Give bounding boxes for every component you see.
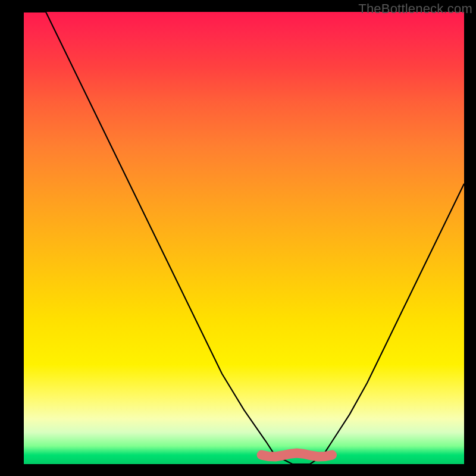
optimal-zone-marker (262, 453, 332, 457)
bottleneck-curve (24, 12, 464, 464)
plot-area (24, 12, 464, 464)
curve-layer (24, 12, 464, 464)
watermark-text: TheBottleneck.com (358, 1, 472, 17)
chart-frame: TheBottleneck.com (0, 0, 476, 476)
